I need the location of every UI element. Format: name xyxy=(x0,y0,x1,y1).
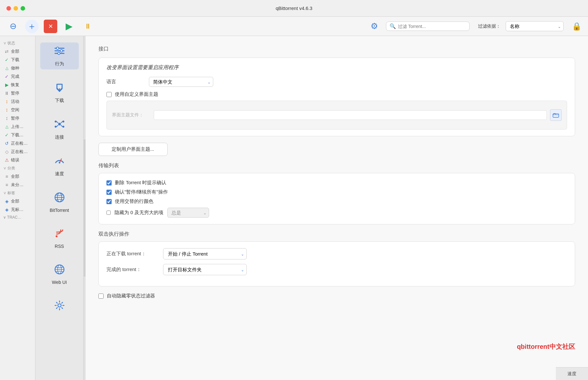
titlebar: qBittorrent v4.6.3 xyxy=(0,0,588,17)
settings-nav-advanced[interactable] xyxy=(40,297,79,316)
sidebar-item-all-tags[interactable]: ◈ 全部 xyxy=(0,197,35,205)
completed-action-row: 完成的 torrent： 打开目标文件夹 xyxy=(106,264,567,275)
sidebar-item-all-category[interactable]: ≡ 全部 xyxy=(0,172,35,181)
settings-nav-bittorrent[interactable]: BitTorrent xyxy=(40,189,79,215)
pause-confirm-checkbox[interactable] xyxy=(106,190,112,195)
completed-action-label: 完成的 torrent： xyxy=(106,267,158,273)
speed-label: 速度 xyxy=(567,371,576,377)
svg-point-22 xyxy=(56,235,58,237)
search-input[interactable] xyxy=(398,24,466,29)
idle-label: 空闲 xyxy=(11,107,19,113)
sidebar-item-all-status[interactable]: ⇄ 全部 xyxy=(0,47,35,56)
maximize-button[interactable] xyxy=(21,6,25,11)
settings-nav-webui[interactable]: Web UI xyxy=(40,261,79,287)
delete-confirm-checkbox[interactable] xyxy=(106,180,112,185)
pause-button[interactable]: ⏸ xyxy=(81,20,95,33)
customize-theme-button[interactable]: 定制用户界面主题... xyxy=(98,143,168,156)
language-select-wrapper: 简体中文 xyxy=(149,77,213,87)
status-section-header[interactable]: ∨ 状态 xyxy=(0,39,35,47)
rss-label: RSS xyxy=(55,244,64,249)
double-click-group: 正在下载 torrent： 开始 / 停止 Torrent 完成的 torren… xyxy=(98,241,575,286)
settings-nav-rss[interactable]: RSS xyxy=(40,225,79,251)
sidebar-item-resumed[interactable]: ▶ 恢复 xyxy=(0,81,35,89)
sidebar-item-uploading[interactable]: △ 上传… xyxy=(0,122,35,131)
custom-theme-checkbox[interactable] xyxy=(106,92,112,97)
custom-theme-row: 使用自定义界面主题 xyxy=(106,91,567,97)
download-nav-icon xyxy=(54,82,65,96)
svg-point-11 xyxy=(55,126,57,128)
hide-select-wrapper: 总是 xyxy=(167,208,209,218)
webui-icon xyxy=(54,264,65,278)
language-label: 语言 xyxy=(106,79,145,85)
svg-point-12 xyxy=(62,126,64,128)
check2-label: 正在检… xyxy=(11,149,28,155)
trackers-section-header[interactable]: ∨ TRAC… xyxy=(0,214,35,221)
idle-icon: ↕ xyxy=(5,108,9,112)
settings-nav-behavior[interactable]: 行为 xyxy=(40,42,79,69)
interface-group: 改变界面设置需要重启应用程序 语言 简体中文 使用自定义界面主题 xyxy=(98,58,575,136)
transfer-list-subtitle: 传输列表 xyxy=(98,162,575,169)
sidebar-item-error[interactable]: ⚠ 错误 xyxy=(0,156,35,164)
settings-nav-scrollbar[interactable] xyxy=(84,36,86,380)
sidebar-item-uncategorized[interactable]: ≡ 未分… xyxy=(0,181,35,189)
all-icon: ⇄ xyxy=(5,49,9,54)
svg-point-18 xyxy=(59,162,60,164)
completed-action-select[interactable]: 打开目标文件夹 xyxy=(163,264,247,275)
double-click-subtitle: 双击执行操作 xyxy=(98,231,575,238)
category-section-header[interactable]: ∨ 分类 xyxy=(0,164,35,172)
theme-file-input[interactable] xyxy=(154,110,547,120)
speed-icon xyxy=(54,155,65,169)
filter-select[interactable]: 名称 xyxy=(506,21,564,31)
svg-point-9 xyxy=(55,121,57,122)
auto-hide-checkbox[interactable] xyxy=(98,294,104,299)
sidebar-item-downloading[interactable]: ✓ 下载 xyxy=(0,56,35,64)
uncat-icon: ≡ xyxy=(5,183,9,187)
tags-section-header[interactable]: ∨ 标签 xyxy=(0,189,35,197)
downloading-action-select[interactable]: 开始 / 停止 Torrent xyxy=(163,248,247,259)
hide-zero-label: 隐藏为 0 及无穷大的项 xyxy=(115,210,163,216)
behavior-label: 行为 xyxy=(55,61,64,67)
downloading-action-row: 正在下载 torrent： 开始 / 停止 Torrent xyxy=(106,248,567,259)
rss-icon xyxy=(54,228,65,242)
minimize-button[interactable] xyxy=(14,6,18,11)
downloading-action-label: 正在下载 torrent： xyxy=(106,251,158,257)
settings-button[interactable]: ⚙ xyxy=(367,20,381,33)
dl-limit-icon: ✓ xyxy=(5,133,9,137)
start-button[interactable]: ▶ xyxy=(62,20,76,33)
svg-point-3 xyxy=(56,47,59,50)
remove-button[interactable]: ✕ xyxy=(44,20,57,33)
complete-icon: ✓ xyxy=(5,74,9,79)
sidebar-item-dl-limited[interactable]: ✓ 下载… xyxy=(0,131,35,139)
settings-nav-download[interactable]: 下载 xyxy=(40,79,79,106)
svg-line-16 xyxy=(61,125,62,127)
active-icon: ↕ xyxy=(5,99,9,104)
hide-select[interactable]: 总是 xyxy=(167,208,209,218)
theme-file-browse-button[interactable] xyxy=(550,109,562,121)
add-torrent-button[interactable]: ＋ xyxy=(25,20,39,33)
language-select[interactable]: 简体中文 xyxy=(149,77,213,87)
dl-limit-label: 下载… xyxy=(11,132,23,138)
sidebar-item-completed[interactable]: ✓ 完成 xyxy=(0,72,35,81)
sidebar-item-untagged[interactable]: ◈ 无标… xyxy=(0,205,35,214)
resume-all-button[interactable]: ⊖ xyxy=(6,20,20,33)
sidebar-item-idle[interactable]: ↕ 空闲 xyxy=(0,106,35,114)
settings-nav-connection[interactable]: 连接 xyxy=(40,116,79,143)
alternate-color-checkbox[interactable] xyxy=(106,199,112,204)
sidebar-item-paused2[interactable]: ↕ 暂停 xyxy=(0,114,35,122)
upload-label: 上传… xyxy=(11,124,23,130)
close-button[interactable] xyxy=(6,6,11,11)
lock-icon: 🔒 xyxy=(572,22,582,31)
sidebar-item-seeding[interactable]: △ 做种 xyxy=(0,64,35,72)
bottom-speed-bar: 速度 xyxy=(556,367,588,380)
transfer-list-group: 删除 Torrent 时提示确认 确认"暂停/继续所有"操作 使用交替的行颜色 … xyxy=(98,173,575,224)
left-sidebar: ∨ 状态 ⇄ 全部 ✓ 下载 △ 做种 ✓ 完成 ▶ 恢复 ⏸ 暂停 ↕ 活动 xyxy=(0,36,35,380)
filter-select-wrapper: 名称 xyxy=(506,21,564,31)
hide-zero-checkbox[interactable] xyxy=(106,211,111,215)
check-icon: ↺ xyxy=(5,141,9,146)
untag-label: 无标… xyxy=(11,207,23,213)
settings-nav-speed[interactable]: 速度 xyxy=(40,152,79,179)
sidebar-item-checking2[interactable]: ◇ 正在检… xyxy=(0,148,35,156)
sidebar-item-checking[interactable]: ↺ 正在检… xyxy=(0,139,35,148)
sidebar-item-active[interactable]: ↕ 活动 xyxy=(0,97,35,106)
sidebar-item-paused[interactable]: ⏸ 暂停 xyxy=(0,89,35,97)
